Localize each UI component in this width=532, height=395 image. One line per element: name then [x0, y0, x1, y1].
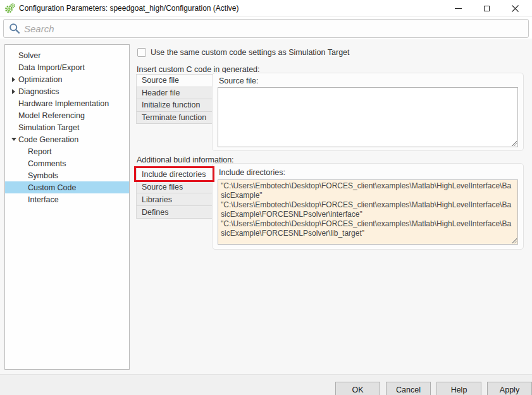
sidebar-item-optimization[interactable]: Optimization [5, 73, 129, 85]
sidebar-item-comments[interactable]: Comments [5, 157, 129, 169]
sidebar-item-label: Diagnostics [18, 87, 59, 96]
same-settings-checkbox-row[interactable]: Use the same custom code settings as Sim… [137, 48, 350, 57]
titlebar-separator [0, 16, 532, 17]
sidebar-item-symbols[interactable]: Symbols [5, 169, 129, 181]
same-settings-checkbox-label: Use the same custom code settings as Sim… [151, 48, 350, 57]
tree-spacer [18, 148, 28, 155]
chevron-right-icon[interactable] [9, 76, 18, 83]
tree-spacer [9, 100, 18, 107]
apply-button[interactable]: Apply [487, 382, 532, 395]
ok-button[interactable]: OK [335, 382, 380, 395]
window-title: Configuration Parameters: speedgoat_high… [19, 0, 239, 16]
tab-defines[interactable]: Defines [137, 206, 213, 219]
sidebar-item-custom-code[interactable]: Custom Code [5, 181, 129, 193]
minimize-icon [455, 8, 462, 9]
maximize-icon [484, 6, 490, 11]
tab-initialize-function[interactable]: Initialize function [137, 99, 213, 112]
sidebar-item-label: Hardware Implementation [18, 99, 109, 108]
tree-spacer [9, 112, 18, 119]
sidebar-item-label: Data Import/Export [18, 63, 85, 72]
sidebar-item-label: Custom Code [28, 183, 76, 192]
build-info-tab-list: Include directories Source files Librari… [136, 167, 213, 219]
configuration-gears-icon [5, 3, 15, 13]
sidebar-item-data-import-export[interactable]: Data Import/Export [5, 61, 129, 73]
window-controls [444, 0, 529, 16]
tab-source-files[interactable]: Source files [137, 181, 213, 193]
tab-source-file[interactable]: Source file [137, 75, 213, 87]
source-file-panel: Source file: [212, 73, 524, 151]
sidebar-item-label: Report [28, 147, 52, 156]
close-button[interactable] [501, 0, 529, 16]
insert-code-tab-list: Source file Header file Initialize funct… [136, 74, 213, 124]
search-icon [9, 23, 20, 34]
source-file-textarea[interactable] [218, 87, 518, 147]
sidebar-item-code-generation[interactable]: Code Generation [5, 133, 129, 145]
search-bar[interactable] [3, 19, 529, 38]
tree-spacer [18, 184, 28, 191]
dialog-footer: OK Cancel Help Apply [0, 374, 532, 395]
tab-terminate-function[interactable]: Terminate function [137, 112, 213, 125]
sidebar-item-hardware-implementation[interactable]: Hardware Implementation [5, 97, 129, 109]
tree-spacer [18, 160, 28, 167]
tab-libraries[interactable]: Libraries [137, 193, 213, 206]
title-bar: Configuration Parameters: speedgoat_high… [0, 0, 532, 16]
cancel-button[interactable]: Cancel [386, 382, 431, 395]
sidebar-item-label: Solver [18, 51, 40, 60]
settings-tree: Solver Data Import/Export Optimization D… [4, 44, 130, 370]
source-file-field-label: Source file: [219, 76, 259, 85]
minimize-button[interactable] [444, 0, 473, 16]
search-input[interactable] [24, 20, 528, 37]
sidebar-item-label: Comments [28, 159, 66, 168]
sidebar-item-label: Optimization [18, 75, 62, 84]
include-directories-textarea[interactable]: "C:\Users\Embotech\Desktop\FORCES_client… [218, 179, 518, 245]
help-button[interactable]: Help [436, 382, 481, 395]
tree-spacer [9, 52, 18, 59]
sidebar-item-label: Simulation Target [18, 123, 79, 132]
maximize-button[interactable] [473, 0, 501, 16]
sidebar-item-label: Interface [28, 195, 59, 204]
sidebar-item-report[interactable]: Report [5, 145, 129, 157]
tab-header-file[interactable]: Header file [137, 87, 213, 100]
tree-spacer [18, 196, 28, 204]
include-directories-field-label: Include directories: [219, 168, 285, 177]
sidebar-item-model-referencing[interactable]: Model Referencing [5, 109, 129, 121]
same-settings-checkbox[interactable] [137, 48, 146, 57]
chevron-down-icon[interactable] [9, 136, 18, 143]
sidebar-item-interface[interactable]: Interface [5, 193, 129, 205]
sidebar-item-simulation-target[interactable]: Simulation Target [5, 121, 129, 133]
sidebar-item-solver[interactable]: Solver [5, 49, 129, 61]
tree-spacer [18, 172, 28, 179]
tab-include-directories[interactable]: Include directories [137, 168, 213, 181]
sidebar-item-label: Model Referencing [18, 111, 85, 120]
include-directories-panel: Include directories: "C:\Users\Embotech\… [212, 163, 524, 250]
sidebar-item-label: Code Generation [18, 135, 78, 144]
sidebar-item-diagnostics[interactable]: Diagnostics [5, 85, 129, 97]
tree-spacer [9, 124, 18, 131]
chevron-right-icon[interactable] [9, 88, 18, 95]
tree-spacer [9, 64, 18, 71]
sidebar-item-label: Symbols [28, 171, 58, 180]
close-icon [512, 5, 519, 12]
